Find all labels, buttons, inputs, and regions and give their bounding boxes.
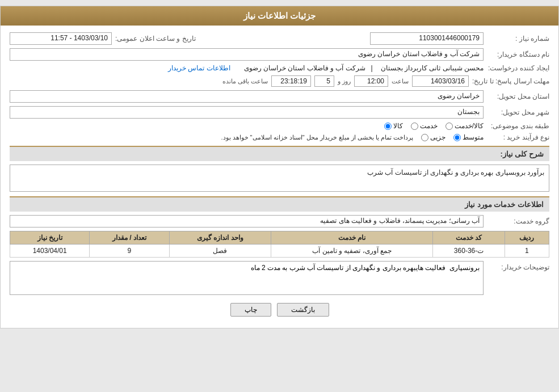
announce-date-value: 1403/03/10 - 11:57 [10, 32, 112, 45]
col-name: نام خدمت [271, 231, 433, 245]
buyer-desc-textarea[interactable] [10, 261, 484, 295]
cell-qty: 9 [90, 245, 169, 258]
creator-org: شرکت آب و فاضلاب استان خراسان رضوی [244, 64, 365, 72]
contact-info-link[interactable]: اطلاعات تماس خریدار [168, 64, 230, 72]
category-label-kala-khedmat: کالا/خدمت [455, 122, 484, 130]
print-button[interactable]: چاپ [230, 303, 271, 317]
purchase-label-jozi: جزیی [430, 133, 445, 141]
col-date: تاریخ نیاز [10, 231, 90, 245]
cell-unit: فصل [169, 245, 271, 258]
deadline-time-label: ساعت [392, 78, 409, 85]
need-desc-section-header: شرح کلی نیاز: [10, 146, 549, 161]
cell-code: ت-36-360 [433, 245, 505, 258]
category-label-kala: کالا [393, 122, 403, 130]
deadline-day-label: روز و [338, 78, 351, 85]
category-radio-kala[interactable] [384, 123, 392, 130]
category-option-kala-khedmat[interactable]: کالا/خدمت [445, 122, 484, 130]
cell-date: 1403/04/01 [10, 245, 90, 258]
table-row: 1ت-36-360جمع آوری، تصفیه و تامین آبفصل91… [10, 245, 549, 258]
purchase-type-label: نوع فرآیند خرید : [487, 133, 549, 141]
need-desc-value: برآورد بروبسپاری بهره برداری و نگهداری ا… [10, 165, 549, 192]
deadline-date: 1403/03/16 [412, 75, 469, 87]
deadline-days: 5 [314, 75, 334, 87]
category-label: طبقه بندی موضوعی: [487, 122, 549, 130]
purchase-radio-jozi[interactable] [421, 134, 428, 141]
purchase-option-jozi[interactable]: جزیی [421, 133, 445, 141]
deadline-remaining-label: ساعت باقی مانده [222, 78, 268, 85]
deadline-label: مهلت ارسال پاسخ: تا تاریخ: [472, 77, 549, 85]
col-qty: تعداد / مقدار [90, 231, 169, 245]
deadline-time: 12:00 [354, 75, 388, 87]
category-option-kala[interactable]: کالا [384, 122, 403, 130]
buyer-org-label: نام دستگاه خریدار: [487, 50, 549, 58]
service-info-header: اطلاعات خدمات مورد نیاز [10, 196, 549, 212]
col-row: ردیف [505, 231, 549, 245]
need-number-value: 1103001446000179 [370, 32, 484, 45]
services-table: ردیف کد خدمت نام خدمت واحد اندازه گیری ت… [10, 231, 549, 258]
button-row: بازگشت چاپ [10, 303, 549, 317]
announce-date-label: تاریخ و ساعت اعلان عمومی: [115, 35, 196, 43]
category-radio-kala-khedmat[interactable] [445, 123, 453, 130]
page-title: جزئیات اطلاعات نیاز [1, 6, 558, 26]
purchase-option-motavasset[interactable]: متوسط [453, 133, 484, 141]
creator-name: محسن شیبانی ثانی کاربرداز بجستان [381, 64, 484, 72]
purchase-radio-group: متوسط جزیی [421, 133, 484, 141]
province-label: استان محل تحویل: [487, 92, 549, 100]
back-button[interactable]: بازگشت [277, 303, 329, 317]
buyer-org-value: شرکت آب و فاضلاب استان خراسان رضوی [10, 48, 484, 61]
deadline-remaining: 23:18:19 [271, 75, 311, 87]
cell-name: جمع آوری، تصفیه و تامین آب [271, 245, 433, 258]
buyer-desc-label: توضیحات خریدار: [487, 263, 549, 271]
purchase-note: پرداخت تمام یا بخشی از مبلغ خریدار محل "… [221, 134, 413, 141]
service-group-label: گروه خدمت: [487, 217, 549, 225]
col-code: کد خدمت [433, 231, 505, 245]
service-group-value: آب رسانی؛ مدیریت پسماند، فاضلاب و فعالیت… [10, 215, 484, 227]
province-value: خراسان رضوی [10, 90, 484, 103]
cell-row: 1 [505, 245, 549, 258]
col-unit: واحد اندازه گیری [169, 231, 271, 245]
category-radio-group: کالا/خدمت خدمت کالا [384, 122, 484, 130]
category-radio-khedmat[interactable] [411, 123, 418, 130]
category-option-khedmat[interactable]: خدمت [411, 122, 438, 130]
purchase-label-motavasset: متوسط [463, 133, 484, 141]
city-value: بجستان [10, 106, 484, 119]
purchase-radio-motavasset[interactable] [453, 134, 461, 141]
creator-label: ایجاد کننده درخواست: [487, 64, 549, 72]
need-number-label: شماره نیاز : [487, 35, 549, 43]
city-label: شهر محل تحویل: [487, 108, 549, 116]
category-label-khedmat: خدمت [420, 122, 438, 130]
